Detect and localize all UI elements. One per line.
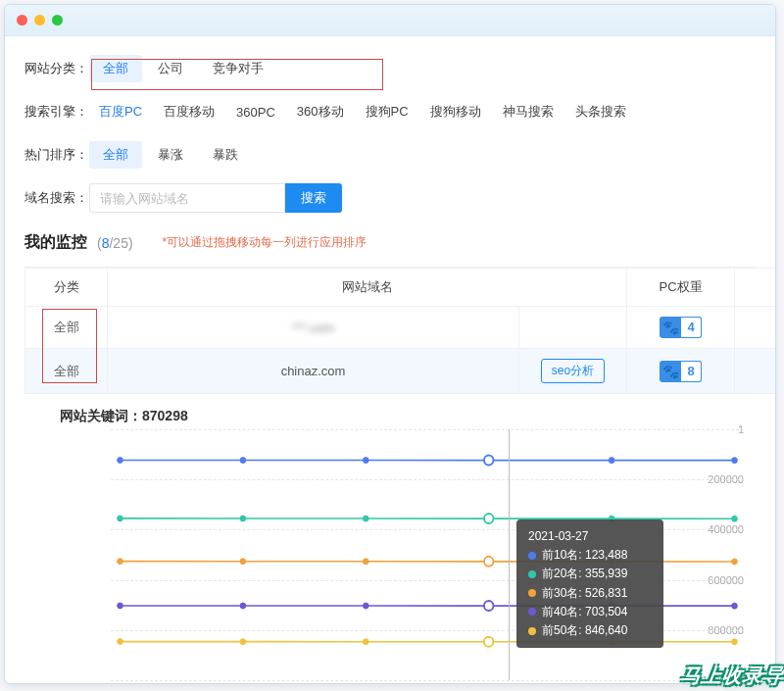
- svg-point-5: [732, 458, 738, 464]
- svg-point-14: [363, 559, 368, 565]
- tooltip-date: 2021-03-27: [528, 527, 652, 546]
- filter-row-hot: 热门排序： 全部暴涨暴跌: [24, 140, 756, 170]
- svg-point-8: [363, 516, 368, 521]
- watermark: 马上收录导: [679, 663, 784, 689]
- hover-line: [509, 429, 510, 680]
- filter-label: 热门排序：: [24, 146, 89, 164]
- svg-point-2: [363, 458, 368, 464]
- filters: 网站分类： 全部公司竞争对手 搜索引擎： 百度PC百度移动360PC360移动搜…: [24, 54, 756, 213]
- filter-label: 域名搜索：: [24, 189, 89, 207]
- tab-暴跌[interactable]: 暴跌: [199, 141, 252, 169]
- th-category[interactable]: 分类: [25, 269, 108, 307]
- cell-category: 全部: [25, 349, 108, 394]
- cell-extra: 1: [735, 307, 777, 349]
- tab-竞争对手[interactable]: 竞争对手: [199, 55, 277, 82]
- filter-row-search: 域名搜索： 搜索: [24, 183, 756, 213]
- svg-point-24: [118, 639, 123, 645]
- search-button[interactable]: 搜索: [285, 183, 342, 213]
- chart-tooltip: 2021-03-27前10名: 123,488前20名: 355,939前30名…: [516, 519, 663, 648]
- tooltip-row: 前30名: 526,831: [528, 584, 652, 603]
- minimize-icon[interactable]: [34, 15, 45, 25]
- cell-pcweight: 🐾4: [627, 307, 735, 349]
- monitor-title: 我的监控: [24, 232, 87, 253]
- baidu-paw-icon: 🐾: [660, 361, 681, 382]
- svg-point-20: [363, 603, 368, 609]
- svg-point-25: [240, 639, 246, 645]
- maximize-icon[interactable]: [52, 15, 63, 25]
- cell-extra: 539: [735, 349, 777, 394]
- cell-category: 全部: [25, 307, 108, 349]
- engine-tabs: 百度PC百度移动360PC360移动搜狗PC搜狗移动神马搜索头条搜索: [89, 98, 636, 125]
- svg-point-7: [240, 516, 246, 521]
- filter-label: 搜索引擎：: [24, 103, 89, 121]
- svg-point-13: [240, 559, 246, 565]
- grid-line: [111, 680, 744, 681]
- svg-point-23: [732, 603, 738, 609]
- cell-domain: ***.com: [108, 307, 519, 349]
- table-row[interactable]: 全部chinaz.comseo分析🐾8539: [25, 349, 777, 394]
- svg-point-6: [118, 516, 123, 521]
- tooltip-row: 前20名: 355,939: [528, 565, 652, 583]
- svg-point-29: [732, 639, 738, 645]
- tab-360移动[interactable]: 360移动: [287, 98, 354, 125]
- tooltip-row: 前10名: 123,488: [528, 546, 652, 565]
- th-domain[interactable]: 网站域名: [108, 269, 627, 307]
- table-header-row: 分类 网站域名 PC权重: [25, 269, 777, 307]
- tab-暴涨[interactable]: 暴涨: [144, 141, 197, 169]
- tab-百度移动[interactable]: 百度移动: [154, 98, 224, 125]
- cell-seo: seo分析: [519, 349, 627, 394]
- titlebar: [5, 5, 775, 36]
- svg-point-15: [484, 557, 494, 567]
- tooltip-row: 前50名: 846,640: [528, 621, 652, 640]
- tab-神马搜索[interactable]: 神马搜索: [493, 98, 564, 125]
- svg-point-27: [484, 637, 494, 647]
- cell-pcweight: 🐾8: [627, 349, 735, 394]
- tab-全部[interactable]: 全部: [89, 141, 142, 169]
- plot-area: 2021-03-27前10名: 123,488前20名: 355,939前30名…: [111, 429, 744, 680]
- svg-point-19: [240, 603, 246, 609]
- tooltip-row: 前40名: 703,504: [528, 603, 652, 621]
- svg-point-4: [609, 458, 614, 464]
- svg-point-0: [118, 457, 123, 463]
- cell-seo: [519, 307, 627, 349]
- monitor-count: (8/25): [97, 235, 133, 251]
- tab-360PC[interactable]: 360PC: [226, 100, 285, 124]
- tab-百度PC[interactable]: 百度PC: [89, 98, 152, 125]
- th-extra: [735, 269, 777, 307]
- filter-row-engine: 搜索引擎： 百度PC百度移动360PC360移动搜狗PC搜狗移动神马搜索头条搜索: [24, 97, 756, 126]
- svg-point-26: [363, 639, 368, 645]
- svg-point-12: [118, 559, 123, 565]
- category-tabs: 全部公司竞争对手: [89, 55, 277, 82]
- seo-analyze-button[interactable]: seo分析: [541, 359, 605, 383]
- monitor-table: 分类 网站域名 PC权重 全部***.com🐾41全部chinaz.comseo…: [24, 267, 756, 394]
- content: 网站分类： 全部公司竞争对手 搜索引擎： 百度PC百度移动360PC360移动搜…: [5, 36, 775, 684]
- tab-搜狗PC[interactable]: 搜狗PC: [356, 98, 418, 125]
- table-row[interactable]: 全部***.com🐾41: [25, 307, 777, 349]
- pc-weight-badge: 🐾4: [660, 317, 701, 338]
- svg-point-18: [118, 603, 123, 609]
- domain-search-input[interactable]: [89, 183, 285, 213]
- th-pcweight[interactable]: PC权重: [627, 269, 735, 307]
- app-window: 网站分类： 全部公司竞争对手 搜索引擎： 百度PC百度移动360PC360移动搜…: [4, 4, 776, 684]
- monitor-hint: *可以通过拖拽移动每一列进行应用排序: [163, 234, 368, 251]
- baidu-paw-icon: 🐾: [660, 317, 681, 338]
- svg-point-3: [484, 456, 494, 466]
- svg-point-21: [484, 601, 494, 611]
- keyword-count: 网站关键词：870298: [60, 408, 756, 425]
- tab-头条搜索[interactable]: 头条搜索: [565, 98, 636, 125]
- tab-全部[interactable]: 全部: [89, 55, 142, 82]
- tab-公司[interactable]: 公司: [144, 55, 197, 82]
- monitor-header: 我的监控 (8/25) *可以通过拖拽移动每一列进行应用排序: [24, 232, 756, 253]
- tab-搜狗移动[interactable]: 搜狗移动: [420, 98, 491, 125]
- filter-row-category: 网站分类： 全部公司竞争对手: [24, 54, 756, 83]
- pc-weight-badge: 🐾8: [660, 361, 701, 382]
- keyword-chart[interactable]: 120000040000060000080000010000002021-03-…: [30, 429, 750, 684]
- svg-point-11: [732, 516, 738, 521]
- close-icon[interactable]: [17, 15, 27, 25]
- svg-point-1: [240, 458, 246, 464]
- hot-tabs: 全部暴涨暴跌: [89, 141, 252, 169]
- cell-domain: chinaz.com: [108, 349, 519, 394]
- filter-label: 网站分类：: [24, 60, 89, 77]
- svg-point-17: [732, 559, 738, 565]
- svg-point-9: [484, 514, 494, 523]
